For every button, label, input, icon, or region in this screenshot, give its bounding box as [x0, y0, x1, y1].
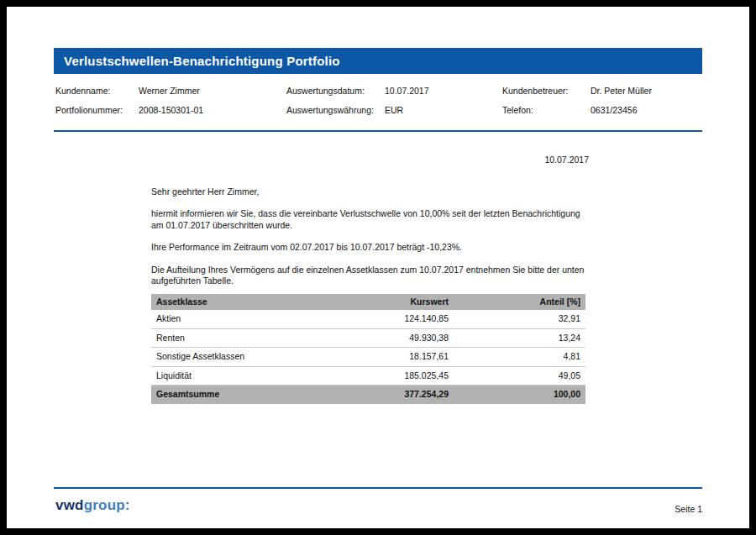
letter-date: 10.07.2017	[151, 155, 589, 166]
logo-vwd-text: vwd	[55, 497, 84, 513]
cell-anteil: 13,24	[454, 328, 585, 348]
cell-kurswert: 124.140,85	[336, 310, 454, 328]
meta-value: 2008-150301-01	[139, 105, 203, 115]
meta-value: EUR	[385, 105, 403, 115]
meta-label: Telefon:	[502, 105, 533, 115]
meta-field-kundenname: Kundenname: Werner Zimmer	[55, 86, 110, 96]
cell-assetklasse: Renten	[151, 328, 336, 348]
meta-value: 0631/23456	[591, 105, 637, 115]
meta-label: Kundenbetreuer:	[502, 86, 568, 96]
header-divider	[54, 130, 702, 132]
table-row: Aktien 124.140,85 32,91	[151, 310, 585, 328]
cell-kurswert: 18.157,61	[336, 348, 454, 367]
cell-total-anteil: 100,00	[454, 386, 585, 404]
meta-field-auswertungsdatum: Auswertungsdatum: 10.07.2017	[286, 86, 365, 96]
table-row: Renten 49.930,38 13,24	[151, 328, 585, 348]
cell-kurswert: 185.025,45	[336, 366, 454, 386]
cell-anteil: 32,91	[454, 310, 585, 328]
cell-total-kurswert: 377.254,29	[336, 386, 454, 404]
paragraph-threshold: hiermit informieren wir Sie, dass die ve…	[151, 208, 589, 231]
meta-field-telefon: Telefon: 0631/23456	[502, 105, 533, 115]
page-number: Seite 1	[675, 504, 702, 514]
table-total-row: Gesamtsumme 377.254,29 100,00	[151, 386, 585, 404]
meta-field-portfolionummer: Portfolionummer: 2008-150301-01	[55, 105, 123, 115]
paragraph-allocation: Die Aufteilung Ihres Vermögens auf die e…	[151, 265, 589, 287]
cell-kurswert: 49.930,38	[336, 328, 454, 348]
meta-value: 10.07.2017	[385, 86, 429, 96]
footer-divider	[54, 487, 702, 489]
meta-label: Auswertungsdatum:	[286, 86, 365, 96]
vwd-group-logo: vwdgroup:	[55, 497, 130, 514]
meta-field-auswertungswaehrung: Auswertungswährung: EUR	[286, 105, 374, 115]
meta-field-kundenbetreuer: Kundenbetreuer: Dr. Peter Müller	[502, 86, 568, 96]
meta-value: Werner Zimmer	[139, 86, 200, 96]
meta-label: Kundenname:	[55, 86, 110, 96]
cell-assetklasse: Aktien	[151, 310, 336, 328]
meta-label: Portfolionummer:	[55, 105, 123, 115]
assets-table: Assetklasse Kurswert Anteil [%] Aktien 1…	[151, 294, 585, 404]
page-title: Verlustschwellen-Benachrichtigung Portfo…	[64, 54, 340, 68]
document-page: Verlustschwellen-Benachrichtigung Portfo…	[7, 7, 749, 528]
salutation: Sehr geehrter Herr Zimmer,	[151, 186, 589, 198]
table-header-row: Assetklasse Kurswert Anteil [%]	[151, 294, 585, 311]
column-header-assetklasse: Assetklasse	[151, 294, 336, 311]
meta-value: Dr. Peter Müller	[591, 86, 652, 96]
cell-assetklasse: Sonstige Assetklassen	[151, 348, 336, 367]
cell-anteil: 4,81	[454, 348, 585, 367]
column-header-anteil: Anteil [%]	[454, 294, 585, 311]
meta-label: Auswertungswährung:	[286, 105, 374, 115]
letter-body: 10.07.2017 Sehr geehrter Herr Zimmer, hi…	[151, 155, 589, 404]
table-row: Sonstige Assetklassen 18.157,61 4,81	[151, 348, 585, 367]
cell-total-label: Gesamtsumme	[151, 386, 336, 404]
column-header-kurswert: Kurswert	[336, 294, 454, 311]
cell-assetklasse: Liquidität	[151, 366, 336, 386]
report-title-bar: Verlustschwellen-Benachrichtigung Portfo…	[54, 48, 702, 74]
logo-group-text: group:	[84, 497, 130, 513]
table-row: Liquidität 185.025,45 49,05	[151, 366, 585, 386]
cell-anteil: 49,05	[454, 366, 585, 386]
paragraph-performance: Ihre Performance im Zeitraum vom 02.07.2…	[151, 242, 589, 254]
